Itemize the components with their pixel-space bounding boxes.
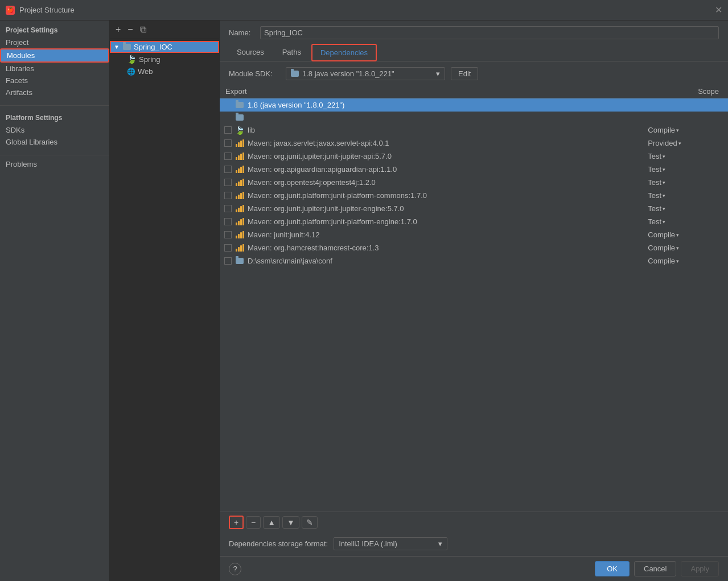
scope-dropdown[interactable]: Compile▾ [648,257,723,265]
sdk-select-dropdown[interactable]: 1.8 java version "1.8.0_221" ▾ [286,67,445,80]
table-row[interactable]: Maven: javax.servlet:javax.servlet-api:4… [220,137,728,150]
scope-dropdown[interactable]: Compile▾ [648,126,723,134]
dep-checkbox[interactable] [224,257,232,265]
sidebar-item-global-libraries[interactable]: Global Libraries [0,136,109,148]
dep-remove-button[interactable]: − [246,516,261,529]
table-row[interactable]: Maven: org.opentest4j:opentest4j:1.2.0 T… [220,176,728,189]
scope-dropdown[interactable]: Test▾ [648,204,723,213]
dep-label: Maven: org.opentest4j:opentest4j:1.2.0 [248,178,376,187]
tree-item-spring-ioc[interactable]: ▼ Spring_IOC [110,41,219,53]
sdk-value: 1.8 java version "1.8.0_221" [302,69,394,78]
dep-move-up-button[interactable]: ▲ [263,516,280,529]
dep-checkbox[interactable] [224,205,232,212]
tree-item-spring[interactable]: 🍃 Spring [110,53,219,65]
bottom-toolbar: + − ▲ ▼ ✎ [220,512,728,533]
scope-dropdown[interactable]: Test▾ [648,178,723,187]
storage-select-dropdown[interactable]: IntelliJ IDEA (.iml) ▾ [334,537,447,550]
dep-checkbox[interactable] [224,166,232,173]
cancel-button[interactable]: Cancel [634,561,676,576]
dep-icon-wrapper [235,179,244,186]
module-tree-panel: + − ⧉ ▼ Spring_IOC 🍃 Spring � [110,20,220,581]
sidebar-item-problems[interactable]: Problems [0,158,109,170]
tab-dependencies[interactable]: Dependencies [311,44,377,61]
help-button[interactable]: ? [229,563,241,575]
dep-icon-wrapper [235,101,244,109]
table-row[interactable]: D:\ssm\src\main\java\conf Compile▾ [220,254,728,267]
dep-checkbox[interactable] [224,218,232,225]
tree-remove-button[interactable]: − [125,24,135,35]
sidebar-item-modules[interactable]: Modules [0,48,109,63]
tree-add-button[interactable]: + [113,24,123,35]
nav-divider [0,105,109,106]
scope-cell [643,98,728,112]
dep-checkbox[interactable] [224,126,232,134]
dep-label: Maven: org.junit.jupiter:junit-jupiter-e… [248,204,404,213]
dep-icon-wrapper [235,257,244,265]
table-row[interactable]: Maven: org.junit.platform:junit-platform… [220,215,728,228]
table-row[interactable]: Maven: org.junit.jupiter:junit-jupiter-a… [220,150,728,163]
dep-main-cell: Maven: junit:junit:4.12 [220,228,643,241]
dep-checkbox[interactable] [224,153,232,160]
spring-leaf-icon: 🍃 [127,55,137,64]
dep-checkbox[interactable] [224,244,232,252]
scope-cell: Test▾ [643,163,728,176]
dep-icon-wrapper [235,114,244,121]
sidebar-item-facets[interactable]: Facets [0,75,109,86]
table-row[interactable]: Maven: org.junit.jupiter:junit-jupiter-e… [220,202,728,215]
scope-dropdown[interactable]: Test▾ [648,152,723,160]
table-row[interactable]: 1.8 (java version "1.8.0_221") [220,98,728,112]
tree-copy-button[interactable]: ⧉ [138,24,149,35]
table-row[interactable]: Maven: org.junit.platform:junit-platform… [220,189,728,202]
scope-dropdown[interactable]: Compile▾ [648,230,723,239]
table-row[interactable] [220,112,728,123]
table-row[interactable]: Maven: junit:junit:4.12 Compile▾ [220,228,728,241]
dep-label: Maven: junit:junit:4.12 [248,230,319,239]
sdk-edit-button[interactable]: Edit [451,67,478,80]
dep-checkbox[interactable] [224,139,232,147]
scope-dropdown[interactable]: Test▾ [648,191,723,200]
maven-icon [236,139,244,147]
scope-arrow: ▾ [663,180,665,186]
tab-sources[interactable]: Sources [229,44,272,61]
dep-main-cell: Maven: javax.servlet:javax.servlet-api:4… [220,137,643,150]
dep-main-cell: Maven: org.junit.platform:junit-platform… [220,189,643,202]
storage-label: Dependencies storage format: [229,539,328,548]
dep-icon-wrapper [235,205,244,212]
tree-arrow: ▼ [113,44,120,50]
maven-icon [236,218,244,225]
scope-dropdown[interactable]: Provided▾ [648,139,723,147]
scope-cell [643,112,728,123]
name-input[interactable] [260,26,719,39]
dep-add-button[interactable]: + [229,516,244,529]
sidebar-item-artifacts[interactable]: Artifacts [0,86,109,98]
scope-arrow: ▾ [678,141,681,146]
table-row[interactable]: Maven: org.hamcrest:hamcrest-core:1.3 Co… [220,241,728,254]
ok-button[interactable]: OK [595,561,630,576]
folder-icon [236,102,244,108]
dep-checkbox[interactable] [224,192,232,199]
dep-row-inner: 🍃 lib [224,126,639,134]
dep-checkbox[interactable] [224,179,232,186]
scope-cell: Compile▾ [643,123,728,137]
dep-edit-button[interactable]: ✎ [302,516,318,529]
apply-button[interactable]: Apply [681,561,719,576]
table-row[interactable]: Maven: org.apiguardian:apiguardian-api:1… [220,163,728,176]
dep-row-inner: Maven: junit:junit:4.12 [224,230,639,239]
sidebar-item-sdks[interactable]: SDKs [0,124,109,136]
table-row[interactable]: 🍃 lib Compile▾ [220,123,728,137]
scope-dropdown[interactable]: Compile▾ [648,244,723,252]
dep-label: Maven: javax.servlet:javax.servlet-api:4… [248,139,389,147]
sidebar-item-libraries[interactable]: Libraries [0,63,109,75]
storage-value: IntelliJ IDEA (.iml) [339,539,397,548]
sidebar-item-project[interactable]: Project [0,36,109,48]
close-button[interactable]: ✕ [715,6,722,15]
tab-paths[interactable]: Paths [274,44,309,61]
dep-row-inner: Maven: org.hamcrest:hamcrest-core:1.3 [224,244,639,252]
dep-label: Maven: org.junit.platform:junit-platform… [248,217,417,226]
dep-move-down-button[interactable]: ▼ [282,516,299,529]
dep-row-inner: Maven: org.junit.platform:junit-platform… [224,217,639,226]
tree-item-web[interactable]: 🌐 Web [110,65,219,77]
dep-checkbox[interactable] [224,231,232,238]
scope-dropdown[interactable]: Test▾ [648,217,723,226]
scope-dropdown[interactable]: Test▾ [648,165,723,174]
